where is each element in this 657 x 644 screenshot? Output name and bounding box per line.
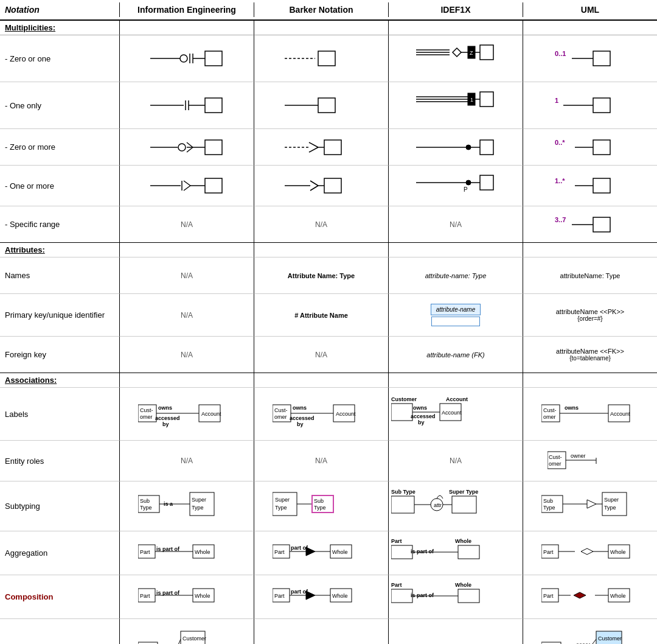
svg-text:Account: Account [201, 411, 221, 417]
one-only-row: - One only 1 [0, 82, 657, 128]
svg-point-50 [466, 145, 471, 150]
svg-text:Account: Account [610, 411, 630, 417]
barker-foreign-key: N/A [254, 336, 388, 373]
svg-text:Whole: Whole [195, 593, 210, 599]
svg-text:Account: Account [442, 410, 462, 416]
svg-text:Whole: Whole [610, 549, 626, 555]
svg-text:Sub: Sub [140, 498, 150, 504]
svg-text:0..*: 0..* [555, 139, 565, 146]
svg-text:1..*: 1..* [555, 177, 565, 184]
svg-rect-25 [205, 98, 222, 113]
svg-text:3..7: 3..7 [555, 216, 566, 223]
entity-roles-label: Entity roles [0, 440, 119, 481]
svg-text:Z: Z [470, 50, 473, 56]
svg-rect-17 [480, 45, 493, 60]
associations-section-header: Associations: [0, 373, 657, 387]
svg-line-212 [176, 639, 181, 644]
svg-text:Type: Type [275, 505, 287, 511]
barker-composition: Part part of Whole [254, 575, 388, 618]
svg-text:Super: Super [604, 497, 619, 503]
svg-text:Super Type: Super Type [449, 489, 478, 495]
svg-text:Customer: Customer [598, 635, 622, 642]
uml-header: UML [523, 2, 657, 17]
svg-text:Sub: Sub [543, 498, 553, 504]
svg-marker-164 [306, 547, 315, 556]
svg-rect-77 [593, 217, 610, 232]
svg-rect-8 [318, 51, 335, 66]
barker-one-or-more [254, 165, 388, 206]
svg-text:by: by [418, 419, 425, 425]
svg-text:attr: attr [434, 502, 442, 508]
svg-rect-37 [593, 98, 610, 113]
svg-text:Customer: Customer [182, 635, 206, 642]
svg-line-223 [590, 639, 596, 644]
idef1x-zero-or-more [388, 128, 523, 165]
svg-text:omer: omer [549, 461, 561, 467]
svg-rect-52 [480, 140, 493, 155]
svg-text:Account: Account [446, 396, 468, 402]
idef1x-one-only: 1 [388, 82, 523, 128]
svg-text:owns: owns [565, 405, 579, 411]
subtyping-label: Subtyping [0, 481, 119, 531]
composition-label: Composition [0, 575, 119, 618]
svg-line-46 [309, 147, 318, 152]
barker-header: Barker Notation [254, 2, 388, 17]
svg-text:Part: Part [543, 593, 554, 599]
uml-zero-or-one: 0..1 [523, 35, 657, 82]
svg-text:Super: Super [192, 497, 206, 503]
one-or-more-row: - One or more [0, 165, 657, 206]
names-label: Names [0, 257, 119, 293]
barker-primary-key: # Attribute Name [254, 293, 388, 336]
specific-range-row: - Specific range N/A N/A N/A 3..7 [0, 206, 657, 242]
ie-labels: Cust- omer owns accessed by Account [119, 387, 254, 440]
svg-rect-43 [205, 140, 222, 155]
idef1x-zero-or-one: Z [388, 35, 523, 82]
svg-text:Sub Type: Sub Type [391, 489, 415, 495]
svg-rect-34 [480, 92, 493, 107]
idef1x-primary-key: attribute-name [388, 293, 523, 336]
multiplicities-section-header: Multiplicities: [0, 20, 657, 35]
svg-text:P: P [464, 186, 468, 193]
svg-text:Part: Part [140, 549, 150, 555]
svg-marker-177 [581, 548, 593, 555]
svg-marker-191 [306, 591, 315, 600]
one-or-more-label: - One or more [0, 165, 119, 206]
svg-marker-149 [587, 500, 596, 508]
svg-text:Cust-: Cust- [140, 407, 153, 413]
svg-text:Part: Part [140, 593, 150, 599]
svg-rect-66 [324, 178, 341, 193]
uml-or-constraint: Person {or} Customer Employee [523, 618, 657, 644]
svg-rect-173 [458, 545, 479, 559]
labels-label: Labels [0, 387, 119, 440]
idef1x-subtyping: Sub Type Super Type attr [388, 481, 523, 531]
svg-text:Part: Part [274, 549, 285, 555]
svg-text:omer: omer [140, 414, 153, 420]
idef1x-header: IDEF1X [388, 2, 523, 17]
svg-text:is part of: is part of [411, 548, 434, 555]
svg-text:Whole: Whole [455, 582, 471, 588]
ie-one-only [119, 82, 254, 128]
svg-rect-74 [593, 178, 610, 193]
svg-text:owns: owns [158, 405, 172, 411]
idef1x-labels: Customer Account owns accessed by Accoun… [388, 387, 523, 440]
barker-one-only [254, 82, 388, 128]
labels-row: Labels Cust- omer owns accessed by Accou… [0, 387, 657, 440]
svg-rect-6 [205, 51, 222, 66]
svg-text:accessed: accessed [411, 413, 436, 419]
svg-text:Type: Type [314, 505, 326, 511]
svg-text:Type: Type [604, 505, 616, 511]
idef1x-aggregation: Part Whole is part of [388, 531, 523, 575]
ie-composition: Part is part of Whole [119, 575, 254, 618]
svg-rect-126 [190, 492, 214, 516]
idef1x-or-constraint: N/A [388, 618, 523, 644]
svg-text:accessed: accessed [290, 415, 315, 421]
primary-key-label: Primary key/unique identifier [0, 293, 119, 336]
idef1x-entity-roles: N/A [388, 440, 523, 481]
zero-or-more-label: - Zero or more [0, 128, 119, 165]
uml-names: attributeName: Type [523, 257, 657, 293]
idef1x-names: attribute-name: Type [388, 257, 523, 293]
ie-primary-key: N/A [119, 293, 254, 336]
svg-text:Cust-: Cust- [543, 407, 557, 413]
uml-aggregation: Part Whole [523, 531, 657, 575]
barker-names: Attribute Name: Type [254, 257, 388, 293]
